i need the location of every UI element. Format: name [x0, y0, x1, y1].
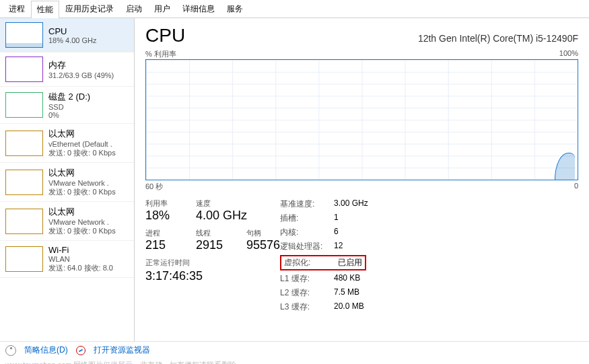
thumb-icon [5, 92, 43, 118]
chart-grid [146, 60, 578, 180]
stat-label: 句柄 [246, 228, 283, 238]
sidebar-item-sub: VMware Network . [48, 218, 129, 226]
sidebar-item-sub2: 发送: 64.0 接收: 8.0 [48, 263, 129, 273]
thumb-icon [5, 57, 43, 82]
sidebar-item-title: CPU [48, 26, 129, 36]
info-row: 插槽:1 [280, 213, 368, 224]
cpu-model: 12th Gen Intel(R) Core(TM) i5-12490F [418, 33, 578, 44]
info-row: 逻辑处理器:12 [280, 241, 368, 252]
sidebar-item-磁盘 2 (D:)[interactable]: 磁盘 2 (D:)SSD0% [0, 87, 134, 124]
fewer-details-link[interactable]: 简略信息(D) [24, 344, 68, 356]
sidebar: CPU18% 4.00 GHz内存31.2/63.9 GB (49%)磁盘 2 … [0, 18, 135, 341]
sidebar-item-sub2: 发送: 0 接收: 0 Kbps [48, 187, 129, 197]
info-row: 基准速度:3.00 GHz [280, 198, 368, 210]
stat-label: 线程 [196, 228, 233, 238]
thumb-icon [5, 170, 43, 195]
footer-bar: ˄ 简略信息(D) 打开资源监视器 [0, 341, 589, 359]
info-row: L2 缓存:7.5 MB [280, 287, 368, 299]
info-value: 12 [334, 241, 343, 252]
content-panel: CPU 12th Gen Intel(R) Core(TM) i5-12490F… [135, 18, 589, 341]
page-title: CPU [145, 25, 185, 46]
resource-monitor-link[interactable]: 打开资源监视器 [94, 344, 150, 356]
info-label: L2 缓存: [280, 287, 334, 299]
sidebar-item-以太网[interactable]: 以太网vEthernet (Default .发送: 0 接收: 0 Kbps [0, 124, 134, 163]
chart-xright: 0 [574, 182, 578, 192]
stat-label: 进程 [145, 228, 182, 238]
info-value: 480 KB [334, 273, 360, 285]
tab-进程[interactable]: 进程 [3, 0, 31, 17]
sidebar-item-title: Wi-Fi [48, 245, 129, 255]
stat-value: 95576 [246, 238, 283, 252]
sidebar-item-以太网[interactable]: 以太网VMware Network .发送: 0 接收: 0 Kbps [0, 202, 134, 241]
chart-xleft: 60 秒 [145, 182, 163, 192]
sidebar-item-CPU[interactable]: CPU18% 4.00 GHz [0, 18, 134, 52]
info-label: 内核: [280, 227, 334, 238]
sidebar-item-sub2: 0% [48, 111, 129, 119]
watermark-text: www.toymoban.com 网络图片仅供展示，非存储，如有侵权请联系删除 [0, 359, 589, 364]
stat-value: 215 [145, 238, 182, 252]
thumb-icon [5, 209, 43, 234]
tabs-bar: 进程性能应用历史记录启动用户详细信息服务 [0, 0, 589, 18]
stat-value: 18% [145, 209, 182, 223]
tab-启动[interactable]: 启动 [120, 0, 148, 17]
uptime-label: 正常运行时间 [145, 258, 280, 268]
info-row: L3 缓存:20.0 MB [280, 301, 368, 313]
stat-label: 利用率 [145, 198, 182, 209]
info-label: 逻辑处理器: [280, 241, 334, 252]
cpu-usage-chart[interactable] [145, 59, 578, 180]
sidebar-item-title: 内存 [48, 59, 129, 71]
info-label: 插槽: [280, 213, 334, 224]
thumb-icon [5, 22, 43, 48]
info-value: 3.00 GHz [334, 198, 368, 210]
tab-应用历史记录[interactable]: 应用历史记录 [59, 0, 120, 17]
sidebar-item-sub2: 发送: 0 接收: 0 Kbps [48, 148, 129, 158]
info-label: L3 缓存: [280, 301, 334, 313]
stat-value: 4.00 GHz [196, 209, 247, 223]
uptime-value: 3:17:46:35 [145, 269, 280, 283]
sidebar-item-Wi-Fi[interactable]: Wi-FiWLAN发送: 64.0 接收: 8.0 [0, 241, 134, 278]
sidebar-item-sub: VMware Network . [48, 179, 129, 187]
info-value: 6 [334, 227, 339, 238]
stat-value: 2915 [196, 238, 233, 252]
sidebar-item-sub2: 发送: 0 接收: 0 Kbps [48, 226, 129, 236]
chart-ymax: 100% [559, 49, 578, 59]
info-value: 1 [334, 213, 339, 224]
info-row: 虚拟化:已启用 [280, 255, 366, 270]
sidebar-item-sub: 31.2/63.9 GB (49%) [48, 71, 129, 79]
sidebar-item-sub: SSD [48, 103, 129, 111]
tab-用户[interactable]: 用户 [148, 0, 176, 17]
sidebar-item-sub: 18% 4.00 GHz [48, 36, 129, 44]
tab-详细信息[interactable]: 详细信息 [176, 0, 221, 17]
sidebar-item-内存[interactable]: 内存31.2/63.9 GB (49%) [0, 52, 134, 87]
info-value: 7.5 MB [334, 287, 359, 299]
info-label: 基准速度: [280, 198, 334, 210]
info-value: 已启用 [338, 257, 362, 268]
sidebar-item-title: 以太网 [48, 128, 129, 140]
thumb-icon [5, 246, 43, 272]
stats-right: 基准速度:3.00 GHz插槽:1内核:6逻辑处理器:12虚拟化:已启用L1 缓… [280, 198, 368, 316]
stats-left: 利用率18%速度4.00 GHz 进程215线程2915句柄95576 正常运行… [145, 198, 280, 316]
sidebar-item-sub: WLAN [48, 255, 129, 263]
chevron-up-icon[interactable]: ˄ [5, 345, 16, 356]
sidebar-item-title: 以太网 [48, 206, 129, 218]
info-label: 虚拟化: [284, 257, 338, 268]
sidebar-item-title: 以太网 [48, 167, 129, 179]
thumb-icon [5, 131, 43, 156]
stat-label: 速度 [196, 198, 247, 209]
tab-服务[interactable]: 服务 [221, 0, 249, 17]
tab-性能[interactable]: 性能 [31, 1, 59, 18]
sidebar-item-以太网[interactable]: 以太网VMware Network .发送: 0 接收: 0 Kbps [0, 163, 134, 202]
info-value: 20.0 MB [334, 301, 364, 313]
resource-monitor-icon [76, 346, 85, 355]
sidebar-item-sub: vEthernet (Default . [48, 140, 129, 148]
info-row: 内核:6 [280, 227, 368, 238]
sidebar-item-title: 磁盘 2 (D:) [48, 91, 129, 103]
info-row: L1 缓存:480 KB [280, 273, 368, 285]
info-label: L1 缓存: [280, 273, 334, 285]
chart-ylabel: % 利用率 [145, 49, 176, 59]
